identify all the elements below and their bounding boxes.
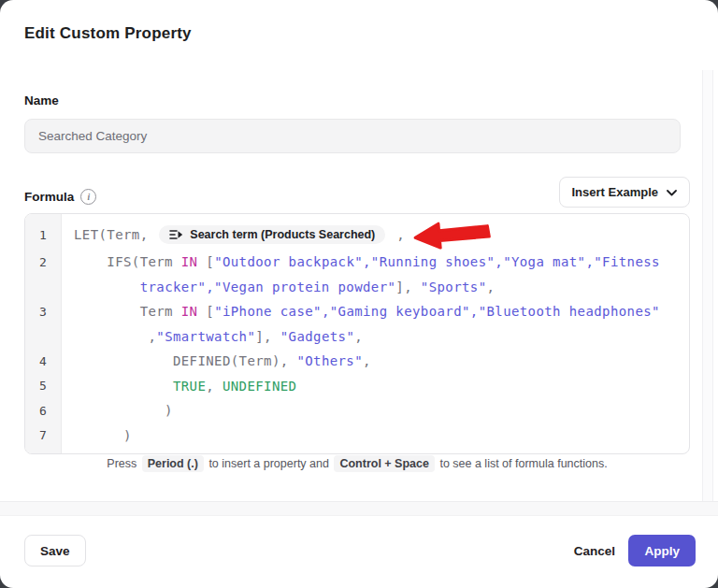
code-token: "Sports" [421, 280, 487, 294]
code-token: , [486, 280, 495, 294]
code-row: 1LET(Term, Search term (Products Searche… [25, 220, 689, 250]
code-token [74, 280, 140, 294]
apply-button[interactable]: Apply [628, 535, 696, 566]
code-line: LET(Term, Search term (Products Searched… [61, 220, 491, 250]
insert-example-label: Insert Example [572, 185, 659, 199]
code-row: 2 IFS(Term IN ["Outdoor backpack","Runni… [25, 250, 689, 275]
code-token: , [206, 379, 223, 394]
code-token: ) [74, 428, 132, 443]
code-token: tracker","Vegan protein powder" [140, 280, 396, 294]
vertical-scrollbar[interactable] [702, 70, 713, 511]
name-label: Name [24, 93, 59, 108]
code-token: "Others" [296, 353, 363, 368]
code-line: tracker","Vegan protein powder"], "Sport… [61, 280, 495, 294]
code-token: [ [197, 304, 214, 319]
code-token: , [363, 353, 371, 368]
red-arrow-annotation [411, 216, 492, 252]
code-token: "Gadgets" [280, 329, 354, 344]
code-line: TRUE, UNDEFINED [61, 379, 296, 394]
code-line: ) [61, 428, 132, 443]
info-icon[interactable]: i [80, 189, 96, 205]
chevron-down-icon [667, 185, 677, 199]
name-input[interactable] [24, 119, 681, 153]
code-token: "Outdoor backpack","Running shoes","Yoga… [214, 254, 660, 269]
hint-text: to insert a property and [208, 457, 329, 470]
code-row: 4 DEFINED(Term), "Others", [25, 349, 689, 374]
editor-hint: Press Period (.) to insert a property an… [24, 457, 690, 470]
line-number: 3 [25, 305, 61, 319]
edit-custom-property-dialog: Edit Custom Property Name Formula i Inse… [0, 0, 718, 588]
code-token: [ [197, 254, 214, 269]
line-number: 5 [25, 379, 61, 393]
dialog-title: Edit Custom Property [24, 24, 192, 43]
formula-label: Formula [24, 190, 74, 204]
code-token: ], [395, 280, 421, 294]
hint-text: Press [107, 457, 136, 470]
code-token: UNDEFINED [223, 379, 296, 394]
code-line: IFS(Term IN ["Outdoor backpack","Running… [61, 254, 660, 269]
code-token: ) [74, 403, 173, 418]
period-kbd: Period (.) [142, 455, 204, 472]
line-number: 7 [25, 428, 61, 442]
code-row: ,"Smartwatch"], "Gadgets", [25, 324, 689, 350]
code-row: 5 TRUE, UNDEFINED [25, 374, 689, 399]
code-line: DEFINED(Term), "Others", [61, 353, 371, 368]
code-token: ], [255, 329, 280, 344]
insert-example-button[interactable]: Insert Example [559, 177, 691, 208]
code-row: 7 ) [25, 423, 689, 449]
code-token: LET(Term, [74, 227, 156, 242]
code-token: , [74, 329, 156, 344]
code-token: IN [181, 254, 198, 269]
save-button[interactable]: Save [24, 535, 86, 566]
code-row: tracker","Vegan protein powder"], "Sport… [25, 275, 689, 300]
code-token: IFS(Term [74, 254, 181, 269]
code-row: 3 Term IN ["iPhone case","Gaming keyboar… [25, 299, 689, 324]
code-token: "iPhone case","Gaming keyboard","Bluetoo… [214, 304, 660, 319]
formula-code-editor[interactable]: 1LET(Term, Search term (Products Searche… [24, 213, 690, 454]
formula-label-row: Formula i [24, 189, 96, 205]
code-token: DEFINED(Term), [74, 353, 296, 368]
cancel-button[interactable]: Cancel [568, 535, 621, 566]
code-rows: 1LET(Term, Search term (Products Searche… [25, 220, 689, 448]
line-number: 1 [25, 228, 61, 242]
code-token [74, 379, 173, 394]
code-token: , [354, 329, 363, 344]
horizontal-scrollbar[interactable] [0, 501, 718, 516]
code-token: Term [74, 304, 181, 319]
code-row: 6 ) [25, 398, 689, 423]
hint-text: to see a list of formula functions. [439, 457, 607, 470]
code-line: ,"Smartwatch"], "Gadgets", [61, 329, 363, 344]
line-number: 6 [25, 404, 61, 418]
code-token: , [388, 227, 405, 242]
field-chip-icon [169, 229, 183, 240]
code-token: "Smartwatch" [156, 329, 255, 344]
code-line: Term IN ["iPhone case","Gaming keyboard"… [61, 304, 660, 319]
control-space-kbd: Control + Space [334, 455, 435, 472]
code-line: ) [61, 403, 173, 418]
line-number: 2 [25, 255, 61, 269]
property-token-label: Search term (Products Searched) [190, 229, 375, 241]
code-token: TRUE [173, 379, 206, 394]
code-token: IN [181, 304, 198, 319]
line-number: 4 [25, 354, 61, 368]
red-arrow-pointer [411, 216, 492, 252]
property-token-pill[interactable]: Search term (Products Searched) [159, 225, 385, 245]
